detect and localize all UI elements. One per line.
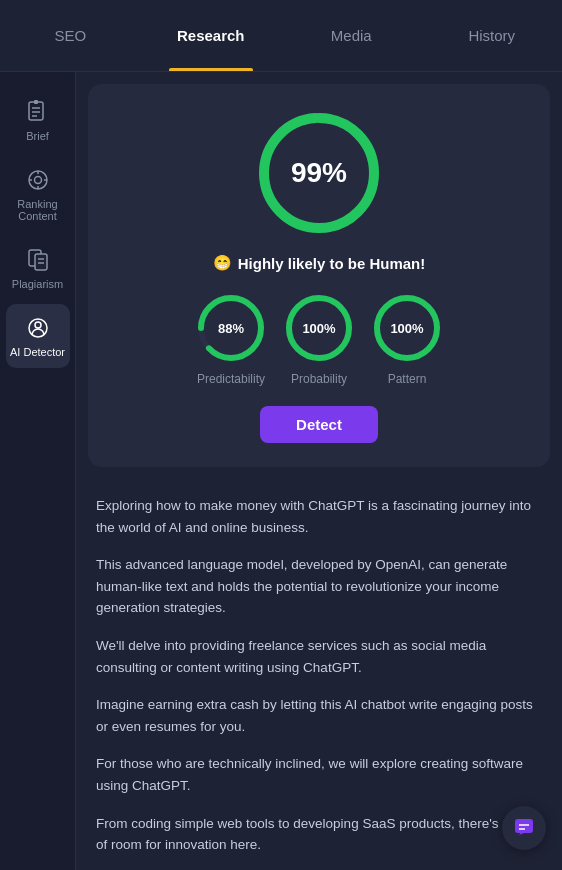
svg-rect-12 <box>35 254 47 270</box>
metric-predictability: 88% Predictability <box>195 292 267 386</box>
sidebar-brief-label: Brief <box>26 130 49 142</box>
pattern-value: 100% <box>390 321 423 336</box>
status-text: Highly likely to be Human! <box>238 255 426 272</box>
predictability-label: Predictability <box>197 372 265 386</box>
paragraph-6: From coding simple web tools to developi… <box>96 813 542 856</box>
sidebar-item-ranking[interactable]: Ranking Content <box>6 156 70 232</box>
paragraph-4: Imagine earning extra cash by letting th… <box>96 694 542 737</box>
nav-item-research[interactable]: Research <box>141 0 282 71</box>
main-layout: Brief Ranking Content <box>0 72 562 870</box>
plagiarism-icon <box>24 246 52 274</box>
sidebar-ai-detector-label: AI Detector <box>10 346 65 358</box>
pattern-circle: 100% <box>371 292 443 364</box>
nav-media-label: Media <box>331 27 372 44</box>
paragraph-1: Exploring how to make money with ChatGPT… <box>96 495 542 538</box>
nav-history-label: History <box>468 27 515 44</box>
sidebar-item-plagiarism[interactable]: Plagiarism <box>6 236 70 300</box>
sidebar-ranking-label: Ranking Content <box>10 198 66 222</box>
metric-probability: 100% Probability <box>283 292 355 386</box>
status-emoji: 😁 <box>213 254 232 272</box>
status-line: 😁 Highly likely to be Human! <box>213 254 426 272</box>
nav-research-label: Research <box>177 27 245 44</box>
text-content: Exploring how to make money with ChatGPT… <box>76 479 562 870</box>
chat-bubble-button[interactable] <box>502 806 546 850</box>
predictability-value: 88% <box>218 321 244 336</box>
probability-label: Probability <box>291 372 347 386</box>
svg-point-6 <box>34 177 41 184</box>
nav-item-history[interactable]: History <box>422 0 563 71</box>
paragraph-3: We'll delve into providing freelance ser… <box>96 635 542 678</box>
nav-seo-label: SEO <box>54 27 86 44</box>
detect-button[interactable]: Detect <box>260 406 378 443</box>
sidebar-item-brief[interactable]: Brief <box>6 88 70 152</box>
main-score-value: 99% <box>291 157 347 189</box>
nav-item-media[interactable]: Media <box>281 0 422 71</box>
sidebar-plagiarism-label: Plagiarism <box>12 278 63 290</box>
metrics-row: 88% Predictability 100% Probability <box>195 292 443 386</box>
nav-item-seo[interactable]: SEO <box>0 0 141 71</box>
pattern-label: Pattern <box>388 372 427 386</box>
sidebar: Brief Ranking Content <box>0 72 76 870</box>
svg-rect-0 <box>29 102 43 120</box>
ai-detector-card: 99% 😁 Highly likely to be Human! 88% <box>88 84 550 467</box>
top-navigation: SEO Research Media History <box>0 0 562 72</box>
probability-circle: 100% <box>283 292 355 364</box>
content-area: 99% 😁 Highly likely to be Human! 88% <box>76 72 562 870</box>
probability-value: 100% <box>302 321 335 336</box>
sidebar-item-ai-detector[interactable]: AI Detector <box>6 304 70 368</box>
metric-pattern: 100% Pattern <box>371 292 443 386</box>
predictability-circle: 88% <box>195 292 267 364</box>
paragraph-5: For those who are technically inclined, … <box>96 753 542 796</box>
chat-icon <box>513 817 535 839</box>
ai-detector-icon <box>24 314 52 342</box>
paragraph-2: This advanced language model, developed … <box>96 554 542 619</box>
main-score-circle: 99% <box>254 108 384 238</box>
svg-point-16 <box>35 322 41 328</box>
svg-rect-25 <box>515 819 533 833</box>
ranking-icon <box>24 166 52 194</box>
brief-icon <box>24 98 52 126</box>
svg-rect-1 <box>34 100 38 104</box>
